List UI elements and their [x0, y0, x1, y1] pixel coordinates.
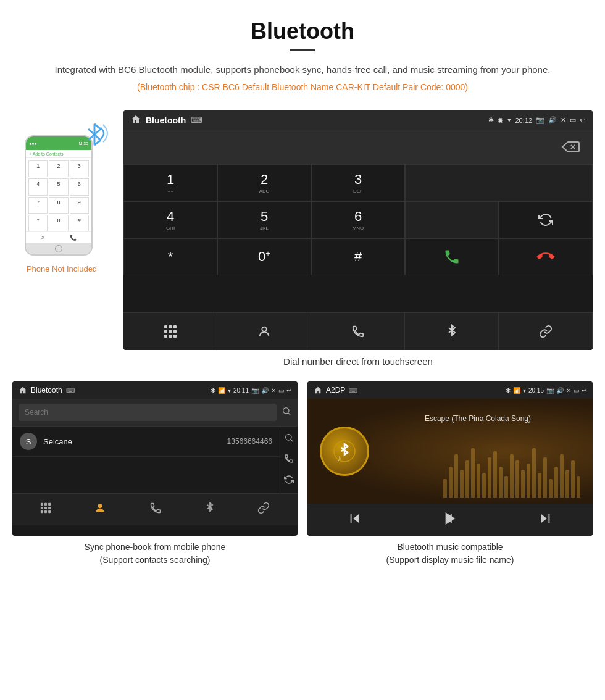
svg-rect-23 [48, 503, 51, 506]
pb-search-input[interactable] [19, 404, 277, 421]
camera-icon: 📷 [536, 116, 544, 124]
phone-mockup: ●●● M:35 + Add to Contacts 1 2 3 4 5 6 7… [12, 135, 111, 273]
svg-rect-26 [48, 507, 51, 509]
key-3[interactable]: 3DEF [311, 164, 405, 201]
music-song-title: Escape (The Pina Colada Song) [382, 414, 574, 423]
key-empty-2 [405, 201, 499, 238]
window-icon: ▭ [570, 116, 576, 124]
pb-search-row [12, 399, 298, 427]
key-6[interactable]: 6MNO [311, 201, 405, 238]
dial-status-right: ✱ ◉ ▾ 20:12 📷 🔊 ✕ ▭ ↩ [488, 116, 585, 124]
pb-main-area: S Seicane 13566664466 [12, 427, 298, 493]
dial-cell-3: 3 [70, 160, 89, 177]
svg-rect-15 [173, 335, 177, 338]
dial-backspace-btn[interactable] [558, 135, 583, 159]
phone-delete-btn: ✕ [41, 235, 46, 241]
bottom-keypad-icon[interactable] [123, 313, 217, 350]
location-icon: ◉ [498, 116, 504, 124]
phone-home-bar [26, 243, 91, 254]
bottom-contacts-icon[interactable] [217, 313, 311, 350]
key-0[interactable]: 0+ [217, 238, 311, 275]
svg-text:♪: ♪ [337, 453, 341, 462]
key-2[interactable]: 2ABC [217, 164, 311, 201]
pb-search-icon [282, 406, 291, 419]
key-star[interactable]: * [123, 238, 217, 275]
svg-rect-21 [41, 503, 43, 506]
key-4[interactable]: 4GHI [123, 201, 217, 238]
key-1[interactable]: 1⌣⌣ [123, 164, 217, 201]
music-controls [307, 504, 593, 536]
music-next-btn[interactable] [538, 512, 552, 528]
svg-rect-7 [164, 325, 167, 328]
svg-rect-12 [173, 330, 177, 333]
music-play-pause-btn[interactable] [443, 512, 457, 528]
key-call-red[interactable] [499, 238, 593, 275]
svg-rect-11 [169, 330, 172, 333]
music-caption: Bluetooth music compatible (Support disp… [307, 536, 593, 569]
svg-point-19 [286, 435, 291, 440]
pb-bottom-bar [12, 493, 298, 525]
pb-bottom-keypad[interactable] [40, 502, 51, 517]
dial-cell-1: 1 [28, 160, 48, 177]
pb-bottom-phone[interactable] [149, 502, 162, 517]
pb-caption: Sync phone-book from mobile phone (Suppo… [12, 536, 298, 569]
pb-right-phone-icon[interactable] [284, 454, 294, 466]
pb-title: Bluetooth [31, 386, 62, 394]
music-album-art: ♪ [320, 427, 369, 476]
svg-point-30 [98, 504, 102, 508]
dial-keypad: 1⌣⌣ 2ABC 3DEF 4GHI 5JKL 6MNO * 0+ [123, 164, 593, 312]
key-empty-1 [405, 164, 593, 201]
dial-bottom-bar [123, 312, 593, 350]
key-5[interactable]: 5JKL [217, 201, 311, 238]
page-description: Integrated with BC6 Bluetooth module, su… [37, 62, 568, 77]
bottom-bluetooth-icon[interactable] [405, 313, 499, 350]
pb-usb: ⌨ [66, 387, 75, 394]
bluetooth-icon: ✱ [488, 116, 494, 124]
volume-icon: 🔊 [548, 116, 557, 124]
pb-contact-number: 13566664466 [227, 437, 272, 446]
page-specs: (Bluetooth chip : CSR BC6 Default Blueto… [37, 82, 568, 92]
main-dial-section: ●●● M:35 + Add to Contacts 1 2 3 4 5 6 7… [0, 110, 605, 381]
svg-line-18 [288, 413, 290, 415]
svg-rect-25 [44, 507, 47, 509]
time-display: 20:12 [515, 117, 532, 124]
key-refresh[interactable] [499, 201, 593, 238]
svg-point-16 [262, 327, 266, 331]
usb-icon: ⌨ [191, 115, 202, 125]
signal-icon: ▾ [507, 116, 511, 124]
phonebook-card: Bluetooth ⌨ ✱📶▾20:11 📷🔊✕▭↩ [12, 381, 298, 569]
pb-bottom-contacts[interactable] [94, 502, 106, 517]
phone-signal-icon: ●●● [29, 141, 37, 146]
home-icon [131, 114, 141, 126]
bottom-link-icon[interactable] [499, 313, 593, 350]
dial-cell-5: 5 [49, 178, 68, 195]
phone-not-included-label: Phone Not Included [27, 264, 97, 273]
dial-cell-2: 2 [49, 160, 68, 177]
key-hash[interactable]: # [311, 238, 405, 275]
music-status-bar: A2DP ⌨ ✱📶▾20:15 📷🔊✕▭↩ [307, 381, 593, 399]
pb-bottom-bluetooth[interactable] [205, 502, 215, 517]
svg-marker-33 [353, 514, 359, 523]
dial-cell-6: 6 [70, 178, 89, 195]
pb-status-left: Bluetooth ⌨ [19, 386, 75, 394]
phone-home-button [55, 245, 62, 252]
dial-cell-9: 9 [70, 197, 89, 214]
dial-cell-8: 8 [49, 197, 68, 214]
bottom-phone-icon[interactable] [311, 313, 405, 350]
pb-right-search-icon[interactable] [284, 433, 294, 445]
dial-screen-section: Bluetooth ⌨ ✱ ◉ ▾ 20:12 📷 🔊 ✕ ▭ ↩ [123, 110, 593, 375]
pb-right-refresh-icon[interactable] [284, 475, 294, 487]
dial-screen: Bluetooth ⌨ ✱ ◉ ▾ 20:12 📷 🔊 ✕ ▭ ↩ [123, 110, 593, 350]
pb-bottom-link[interactable] [257, 502, 270, 517]
phone-mockup-inner: ●●● M:35 + Add to Contacts 1 2 3 4 5 6 7… [25, 135, 99, 256]
svg-rect-28 [44, 510, 47, 513]
pb-right-icons [280, 427, 298, 493]
dial-cell-hash: # [70, 215, 89, 231]
svg-rect-13 [164, 335, 167, 338]
svg-rect-10 [164, 330, 167, 333]
music-status-right: ✱📶▾20:15 📷🔊✕▭↩ [506, 387, 586, 394]
music-prev-btn[interactable] [348, 512, 362, 528]
key-call-green[interactable] [405, 238, 499, 275]
pb-contact-name: Seicane [43, 437, 227, 446]
page-title: Bluetooth [37, 19, 568, 44]
